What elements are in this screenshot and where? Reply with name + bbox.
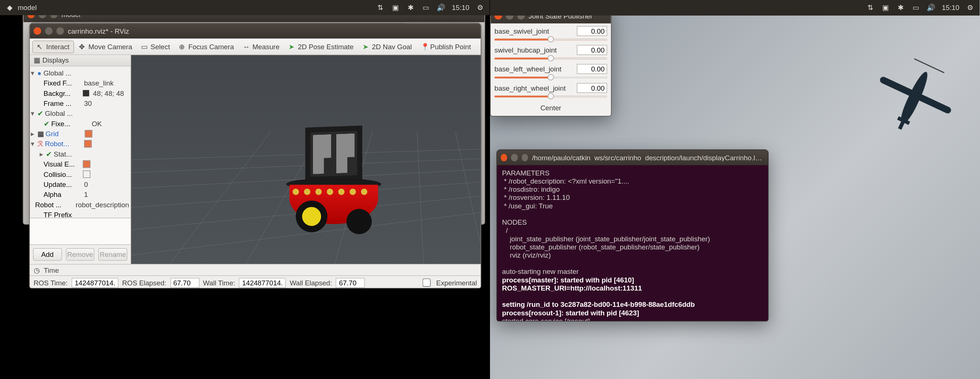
bluetooth-icon[interactable]: ✱ [406,3,415,12]
clock[interactable]: 15:10 [942,4,959,11]
globe-icon: ● [37,68,41,77]
right-menubar: ⇅ ▣ ✱ ▭ 🔊 15:10 ⚙ [490,0,980,15]
joint-state-publisher-window: Joint State Publisher base_swivel_joints… [490,8,611,117]
battery-icon[interactable]: ▭ [912,3,920,12]
rviz-window: carrinho.rviz* - RViz ↖Interact ✥Move Ca… [29,23,482,289]
system-tray[interactable]: ⇅ ▣ ✱ ▭ 🔊 15:10 ⚙ [866,3,974,12]
displays-tree[interactable]: ▾● Global ... Fixed F...base_link Backgr… [30,67,130,218]
cursor-icon: ↖ [37,43,45,50]
keyboard-icon[interactable]: ▣ [391,3,400,12]
joint-row: swivel_hubcap_joint [495,45,607,61]
left-menubar: ◆ model ⇅ ▣ ✱ ▭ 🔊 15:10 ⚙ [0,0,490,15]
clock-icon: ◷ [34,266,41,274]
wall-elapsed-label: Wall Elapsed: [290,279,332,287]
minimize-icon[interactable] [511,154,518,162]
check-icon: ✔ [44,119,49,128]
select-button[interactable]: ▭Select [137,41,174,52]
collision-checkbox[interactable] [83,170,91,178]
close-icon[interactable] [34,27,41,35]
pin-icon: 📍 [421,43,428,50]
network-icon[interactable]: ⇅ [866,3,875,12]
check-icon: ✔ [37,109,43,118]
focus-camera-button[interactable]: ⊕Focus Camera [175,41,238,52]
publish-point-button[interactable]: 📍Publish Point [417,41,475,52]
joint-slider[interactable] [495,36,607,42]
rviz-statusbar: ROS Time: ROS Elapsed: Wall Time: Wall E… [30,275,481,289]
rviz-title: carrinho.rviz* - RViz [68,27,129,35]
arrow-icon: ➤ [363,43,371,50]
maximize-icon[interactable] [522,154,528,162]
ros-elapsed-label: ROS Elapsed: [122,279,166,287]
terminal-output[interactable]: PARAMETERS * /robot_description: <?xml v… [497,165,768,321]
grid-icon: ▦ [37,129,44,138]
joint-value-field[interactable] [577,64,607,74]
check-icon: ✔ [46,149,52,159]
terminal-window: /home/paulo/catkin_ws/src/carrinho_descr… [496,149,768,322]
joint-name: swivel_hubcap_joint [495,46,557,54]
wall-time-label: Wall Time: [203,279,235,287]
move-camera-button[interactable]: ✥Move Camera [75,41,136,52]
grid-checkbox[interactable] [85,130,92,138]
target-icon: ⊕ [179,43,187,50]
joint-slider[interactable] [495,55,607,62]
experimental-label: Experimental [436,279,477,287]
minimize-icon[interactable] [45,27,52,35]
svg-line-10 [455,132,481,246]
ros-time-label: ROS Time: [34,279,68,287]
interact-button[interactable]: ↖Interact [32,40,74,53]
time-panel-header[interactable]: ◷Time [30,264,481,275]
add-tool-button[interactable]: ＋ [481,41,482,52]
wall-elapsed-field[interactable] [336,278,365,288]
select-icon: ▭ [141,43,149,50]
displays-panel: ▦Displays ▾● Global ... Fixed F...base_l… [30,55,131,264]
rviz-toolbar: ↖Interact ✥Move Camera ▭Select ⊕Focus Ca… [30,38,481,55]
joint-slider[interactable] [495,74,607,80]
wall-time-field[interactable] [239,278,286,288]
network-icon[interactable]: ⇅ [376,3,385,12]
robot-icon: ℛ [37,139,43,148]
volume-icon[interactable]: 🔊 [927,3,935,12]
joint-name: base_swivel_joint [495,27,549,35]
center-button[interactable]: Center [495,102,607,112]
gear-icon[interactable]: ⚙ [966,3,974,12]
close-icon[interactable] [501,154,508,162]
ubuntu-icon: ◆ [5,3,14,12]
gear-icon[interactable]: ⚙ [476,3,484,12]
add-display-button[interactable]: Add [33,248,62,260]
system-tray[interactable]: ⇅ ▣ ✱ ▭ 🔊 15:10 ⚙ [376,3,484,12]
battery-icon[interactable]: ▭ [422,3,430,12]
joint-value-field[interactable] [577,45,607,55]
rename-display-button[interactable]: Rename [99,248,127,260]
joint-value-field[interactable] [577,26,607,36]
svg-line-9 [417,132,423,264]
keyboard-icon[interactable]: ▣ [881,3,890,12]
ruler-icon: ↔ [243,43,251,50]
ros-elapsed-field[interactable] [170,278,199,288]
bluetooth-icon[interactable]: ✱ [896,3,905,12]
svg-line-6 [169,132,271,264]
pose-estimate-button[interactable]: ➤2D Pose Estimate [285,41,357,52]
maximize-icon[interactable] [56,27,64,35]
ros-time-field[interactable] [72,278,119,288]
measure-button[interactable]: ↔Measure [239,41,283,52]
window-title-menubar: model [18,4,37,11]
robot-model [283,115,385,242]
nav-goal-button[interactable]: ➤2D Nav Goal [358,41,415,52]
robot-checkbox[interactable] [84,140,92,147]
joint-slider[interactable] [495,93,607,99]
joint-name: base_left_wheel_joint [495,65,562,73]
experimental-checkbox[interactable] [422,278,430,287]
terminal-title: /home/paulo/catkin_ws/src/carrinho_descr… [532,154,764,162]
rviz-3d-viewport[interactable] [131,55,481,264]
joint-row: base_left_wheel_joint [495,64,607,80]
volume-icon[interactable]: 🔊 [437,3,445,12]
joint-value-field[interactable] [577,83,607,93]
joint-row: base_swivel_joint [495,26,607,42]
arrow-icon: ➤ [288,43,296,50]
visual-checkbox[interactable] [83,160,91,168]
remove-display-button[interactable]: Remove [65,248,94,260]
move-icon: ✥ [79,43,87,50]
clock[interactable]: 15:10 [452,4,469,11]
joint-row: base_right_wheel_joint [495,83,607,99]
displays-header[interactable]: ▦Displays [30,55,130,67]
